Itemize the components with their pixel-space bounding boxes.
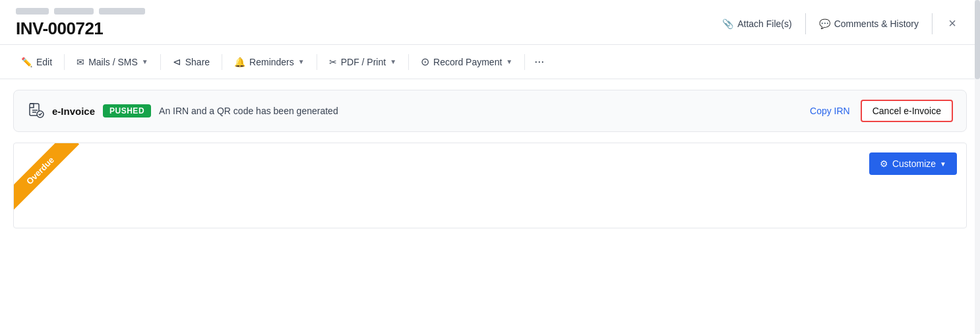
invoice-card: Overdue ⚙ Customize ▼	[13, 143, 967, 228]
close-button[interactable]: ×	[940, 12, 964, 36]
mails-sms-label: Mails / SMS	[88, 57, 138, 67]
header-left: INV-000721	[16, 8, 145, 39]
attach-files-label: Attach File(s)	[737, 18, 791, 29]
more-icon: ···	[534, 55, 544, 69]
share-label: Share	[185, 57, 210, 67]
invoice-title: INV-000721	[16, 18, 145, 39]
breadcrumb-item-1	[16, 8, 49, 15]
cancel-einvoice-label: Cancel e-Invoice	[873, 106, 941, 116]
cancel-einvoice-button[interactable]: Cancel e-Invoice	[861, 100, 953, 122]
gear-icon: ⚙	[880, 158, 888, 169]
close-icon: ×	[948, 16, 956, 31]
share-icon: ⊲	[173, 56, 181, 68]
header-right: 📎 Attach File(s) 💬 Comments & History ×	[712, 12, 964, 36]
edit-button[interactable]: ✏️ Edit	[11, 45, 63, 79]
einvoice-message: An IRN and a QR code has been generated	[159, 106, 799, 116]
breadcrumb-area	[16, 8, 145, 15]
attach-files-button[interactable]: 📎 Attach File(s)	[712, 13, 802, 34]
customize-label: Customize	[892, 158, 936, 169]
mails-sms-dropdown-arrow: ▼	[142, 58, 148, 65]
reminders-label: Reminders	[249, 57, 294, 67]
pdf-print-dropdown-arrow: ▼	[390, 58, 396, 65]
reminders-dropdown-arrow: ▼	[298, 58, 305, 65]
toolbar-sep-6	[524, 54, 525, 70]
comments-history-button[interactable]: 💬 Comments & History	[809, 13, 929, 34]
breadcrumb-item-3	[99, 8, 145, 15]
einvoice-icon	[27, 102, 44, 119]
toolbar-sep-1	[64, 54, 65, 70]
overdue-label: Overdue	[14, 143, 79, 210]
copy-irn-label: Copy IRN	[810, 106, 850, 116]
payment-icon: ⊙	[421, 55, 429, 68]
paperclip-icon: 📎	[722, 18, 733, 29]
edit-label: Edit	[36, 57, 52, 67]
pdf-print-label: PDF / Print	[341, 57, 386, 67]
header-divider-2	[932, 13, 933, 34]
pdf-icon: ✂	[329, 57, 337, 67]
toolbar-sep-4	[317, 54, 317, 70]
share-button[interactable]: ⊲ Share	[162, 45, 220, 79]
scrollbar-thumb[interactable]	[975, 0, 980, 79]
einvoice-bar: e-Invoice PUSHED An IRN and a QR code ha…	[13, 90, 967, 132]
header-divider	[805, 13, 806, 34]
comments-history-label: Comments & History	[834, 18, 919, 29]
record-payment-label: Record Payment	[433, 57, 502, 67]
copy-irn-button[interactable]: Copy IRN	[807, 106, 853, 116]
toolbar: ✏️ Edit ✉ Mails / SMS ▼ ⊲ Share 🔔 Remind…	[0, 45, 980, 79]
mail-icon: ✉	[77, 57, 84, 67]
toolbar-sep-5	[408, 54, 409, 70]
customize-dropdown-arrow: ▼	[940, 160, 946, 168]
toolbar-sep-2	[160, 54, 161, 70]
pdf-print-button[interactable]: ✂ PDF / Print ▼	[319, 45, 407, 79]
scrollbar[interactable]	[975, 0, 980, 334]
overdue-ribbon: Overdue	[14, 143, 93, 222]
einvoice-label: e-Invoice	[52, 106, 95, 117]
header-top: INV-000721 📎 Attach File(s) 💬 Comments &…	[0, 0, 980, 45]
record-payment-dropdown-arrow: ▼	[506, 58, 512, 65]
comment-icon: 💬	[819, 18, 830, 29]
customize-button[interactable]: ⚙ Customize ▼	[869, 152, 957, 175]
edit-icon: ✏️	[21, 57, 32, 67]
toolbar-sep-3	[222, 54, 222, 70]
bell-icon: 🔔	[234, 57, 245, 67]
record-payment-button[interactable]: ⊙ Record Payment ▼	[410, 45, 523, 79]
content-area: Overdue ⚙ Customize ▼	[13, 143, 967, 228]
reminders-button[interactable]: 🔔 Reminders ▼	[224, 45, 315, 79]
breadcrumb-item-2	[54, 8, 94, 15]
mails-sms-button[interactable]: ✉ Mails / SMS ▼	[66, 45, 159, 79]
more-options-button[interactable]: ···	[526, 50, 552, 74]
pushed-badge: PUSHED	[103, 104, 151, 117]
